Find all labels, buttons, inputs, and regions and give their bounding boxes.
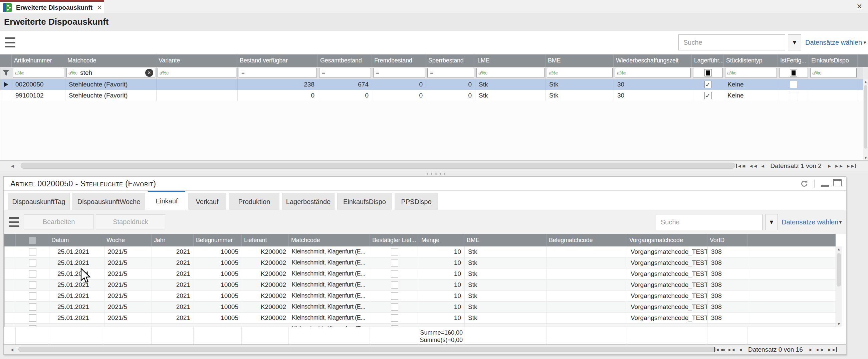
cell-einkaufsdispo[interactable]: [809, 79, 858, 90]
cell-stuecklistentyp[interactable]: Keine: [724, 90, 778, 101]
minimize-icon[interactable]: [821, 185, 829, 187]
menu-icon[interactable]: [5, 37, 16, 48]
detail-scroll-down-icon[interactable]: ▼: [836, 322, 842, 326]
cell-sel[interactable]: [5, 279, 16, 290]
checkbox-filter-indeterminate[interactable]: [705, 69, 712, 77]
filter-input-variante[interactable]: a%c: [158, 68, 236, 78]
cell-variante[interactable]: [157, 90, 238, 101]
column-header-einkaufsdispo[interactable]: EinkaufsDispo: [809, 54, 858, 67]
cell-belegnummer[interactable]: 10005: [194, 291, 242, 301]
filter-cell-bme[interactable]: a%c: [546, 67, 614, 79]
cell-matchcode[interactable]: Stehleuchte (Favorit): [65, 79, 157, 90]
cell-bestaetigter[interactable]: [370, 258, 419, 268]
cell-bme[interactable]: Stk: [465, 279, 547, 290]
filter-input-einkaufsdispo[interactable]: a%c: [810, 68, 857, 78]
cell-wiederbeschaffungszeit[interactable]: 30: [614, 79, 692, 90]
filter-input-lagerfuehrung[interactable]: [693, 68, 723, 78]
column-header-gesamtbestand[interactable]: Gesamtbestand: [318, 54, 372, 67]
column-header-lme[interactable]: LME: [475, 54, 546, 67]
cell-lme[interactable]: Stk: [475, 79, 546, 90]
scroll-left-icon[interactable]: ◄: [10, 163, 15, 169]
cell-lieferant[interactable]: K200002: [242, 312, 289, 323]
cell-jahr[interactable]: 2021: [152, 302, 194, 312]
cell-check[interactable]: [16, 258, 50, 268]
top-grid-vscrollbar[interactable]: ▲ ▼: [863, 79, 868, 160]
cell-sel[interactable]: [5, 246, 16, 257]
cell-woche[interactable]: 2021/5: [104, 312, 152, 323]
column-header-lagerfuehrung[interactable]: Lagerführ...: [692, 54, 724, 67]
cell-matchcode[interactable]: Kleinschmidt, Klagenfurt (E...: [289, 324, 370, 327]
cell-bme[interactable]: Stk: [465, 312, 547, 323]
table-row[interactable]: 25.01.20212021/5202110005K200002Kleinsch…: [5, 302, 836, 312]
column-header-woche[interactable]: Woche: [104, 234, 152, 246]
detail-scrollbar-thumb[interactable]: [837, 253, 841, 287]
column-header-bme[interactable]: BME: [546, 54, 614, 67]
cell-datum[interactable]: 25.01.2021: [50, 291, 104, 301]
detail-filter-dropdown-button[interactable]: ▼: [765, 214, 778, 230]
cell-vorid[interactable]: 308: [708, 279, 748, 290]
bestaetigter-checkbox[interactable]: [391, 314, 398, 322]
cell-vorid[interactable]: 308: [708, 312, 748, 323]
cell-lieferant[interactable]: K200002: [242, 258, 289, 268]
cell-check[interactable]: [16, 269, 50, 279]
cell-sel[interactable]: [0, 90, 12, 101]
cell-menge[interactable]: 10: [419, 291, 465, 301]
cell-belegnummer[interactable]: 10005: [194, 279, 242, 290]
column-header-check[interactable]: [16, 234, 49, 246]
first-record-button[interactable]: ◄◄: [714, 347, 724, 352]
cell-woche[interactable]: 2021/5: [104, 258, 152, 268]
cell-fremdbestand[interactable]: 0: [372, 79, 426, 90]
cell-matchcode[interactable]: Stehleuchte (Favorit): [65, 90, 157, 101]
tab-produktion[interactable]: Produktion: [229, 193, 279, 210]
tab-einkauf[interactable]: Einkauf: [148, 191, 185, 210]
istfertig-checkbox[interactable]: [790, 92, 797, 99]
cell-check[interactable]: [16, 324, 50, 327]
search-input[interactable]: [678, 34, 785, 51]
filter-input-matchcode[interactable]: a%csteh×: [66, 68, 155, 78]
cell-vorid[interactable]: 308: [708, 246, 748, 257]
tab-verkauf[interactable]: Verkauf: [188, 193, 226, 210]
filter-cell-matchcode[interactable]: a%csteh×: [65, 67, 157, 79]
column-header-vorgangsmatchcode[interactable]: Vorgangsmatchcode: [627, 234, 707, 246]
cell-vorid[interactable]: 308: [708, 291, 748, 301]
filter-input-stuecklistentyp[interactable]: a%c: [725, 68, 777, 78]
column-header-stuecklistentyp[interactable]: Stücklistentyp: [724, 54, 778, 67]
table-row[interactable]: 25.01.20212021/5202110005K200002Kleinsch…: [5, 279, 836, 291]
column-header-fremdbestand[interactable]: Fremdbestand: [372, 54, 426, 67]
cell-check[interactable]: [16, 312, 50, 323]
cell-datum[interactable]: 25.01.2021: [50, 302, 104, 312]
cell-belegmatchcode[interactable]: [547, 302, 627, 312]
detail-records-select-link[interactable]: Datensätze wählen: [781, 218, 838, 226]
row-select-checkbox[interactable]: [29, 270, 36, 277]
cell-belegnummer[interactable]: 10005: [194, 312, 242, 323]
filter-input-artikelnummer[interactable]: a%c: [13, 68, 64, 78]
cell-vorgangsmatchcode[interactable]: Vorgangsmatchcode_TEST: [627, 258, 708, 268]
cell-woche[interactable]: 2021/5: [104, 246, 152, 257]
last-record-button[interactable]: ►►: [827, 347, 837, 352]
row-select-checkbox[interactable]: [29, 303, 36, 310]
cell-belegmatchcode[interactable]: [547, 279, 627, 290]
table-row[interactable]: 25.01.20212021/5202110005K200002Kleinsch…: [5, 246, 836, 258]
filter-cell-sel[interactable]: [0, 67, 12, 79]
cell-menge[interactable]: 10: [419, 312, 465, 323]
cell-matchcode[interactable]: Kleinschmidt, Klagenfurt (E...: [289, 279, 370, 290]
cell-menge[interactable]: 10: [419, 279, 465, 290]
lagerfuehrung-checkbox[interactable]: [705, 92, 712, 99]
cell-bme[interactable]: Stk: [465, 291, 547, 301]
document-tab[interactable]: Erweiterte Dispoauskunft ×: [0, 2, 104, 13]
cell-jahr[interactable]: 2021: [152, 312, 194, 323]
cell-istfertig[interactable]: [778, 90, 809, 101]
cell-belegmatchcode[interactable]: [547, 324, 627, 327]
cell-matchcode[interactable]: Kleinschmidt, Klagenfurt (E...: [289, 246, 370, 257]
next-page-button[interactable]: ►►: [816, 347, 825, 352]
first-record-button[interactable]: ◄◄: [736, 163, 746, 169]
cell-sel[interactable]: [5, 291, 16, 301]
cell-woche[interactable]: 2021/5: [104, 291, 152, 301]
cell-gesamtbestand[interactable]: 674: [318, 79, 372, 90]
filter-input-sperrbestand[interactable]: =: [427, 68, 474, 78]
tab-ppsdispo[interactable]: PPSDispo: [395, 193, 438, 210]
filter-input-lme[interactable]: a%c: [476, 68, 545, 78]
cell-bestaetigter[interactable]: [370, 279, 419, 290]
column-header-matchcode[interactable]: Matchcode: [289, 234, 370, 246]
prev-record-button[interactable]: ◄: [738, 347, 742, 352]
